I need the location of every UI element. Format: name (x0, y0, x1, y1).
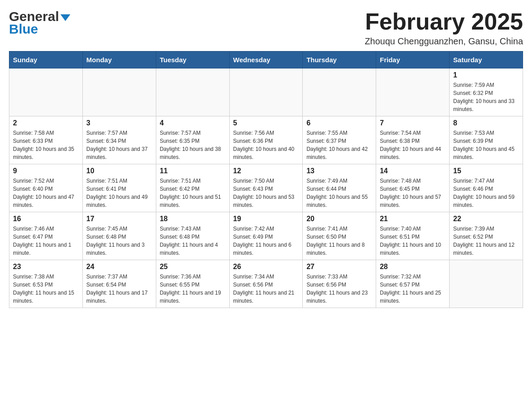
day-of-week-header: Tuesday (156, 51, 229, 68)
day-number: 24 (86, 263, 152, 271)
calendar-day-cell: 10Sunrise: 7:51 AM Sunset: 6:41 PM Dayli… (82, 164, 156, 212)
day-number: 8 (453, 119, 519, 127)
day-info: Sunrise: 7:33 AM Sunset: 6:56 PM Dayligh… (306, 273, 372, 305)
day-number: 3 (86, 119, 152, 127)
calendar-day-cell (229, 68, 303, 116)
day-info: Sunrise: 7:55 AM Sunset: 6:37 PM Dayligh… (306, 129, 372, 161)
calendar-day-cell: 27Sunrise: 7:33 AM Sunset: 6:56 PM Dayli… (303, 260, 376, 308)
day-number: 14 (380, 167, 446, 175)
calendar-day-cell: 4Sunrise: 7:57 AM Sunset: 6:35 PM Daylig… (156, 116, 229, 164)
calendar-day-cell (156, 68, 229, 116)
calendar-day-cell: 9Sunrise: 7:52 AM Sunset: 6:40 PM Daylig… (9, 164, 83, 212)
calendar-week-row: 1Sunrise: 7:59 AM Sunset: 6:32 PM Daylig… (9, 68, 523, 116)
day-number: 12 (233, 167, 299, 175)
calendar-day-cell: 13Sunrise: 7:49 AM Sunset: 6:44 PM Dayli… (303, 164, 376, 212)
calendar-day-cell (450, 260, 523, 308)
day-number: 15 (453, 167, 519, 175)
day-number: 1 (453, 71, 519, 79)
calendar-title: February 2025 (365, 9, 523, 34)
calendar-day-cell: 2Sunrise: 7:58 AM Sunset: 6:33 PM Daylig… (9, 116, 83, 164)
day-info: Sunrise: 7:45 AM Sunset: 6:48 PM Dayligh… (86, 225, 152, 257)
day-of-week-header: Saturday (450, 51, 523, 68)
calendar-day-cell: 24Sunrise: 7:37 AM Sunset: 6:54 PM Dayli… (82, 260, 156, 308)
day-info: Sunrise: 7:34 AM Sunset: 6:56 PM Dayligh… (233, 273, 299, 305)
calendar-day-cell: 25Sunrise: 7:36 AM Sunset: 6:55 PM Dayli… (156, 260, 229, 308)
calendar-week-row: 16Sunrise: 7:46 AM Sunset: 6:47 PM Dayli… (9, 212, 523, 260)
day-info: Sunrise: 7:52 AM Sunset: 6:40 PM Dayligh… (13, 177, 79, 209)
calendar-day-cell: 19Sunrise: 7:42 AM Sunset: 6:49 PM Dayli… (229, 212, 303, 260)
calendar-day-cell (9, 68, 83, 116)
day-info: Sunrise: 7:48 AM Sunset: 6:45 PM Dayligh… (380, 177, 446, 209)
day-number: 25 (160, 263, 226, 271)
logo-triangle-icon (60, 14, 70, 21)
day-number: 7 (380, 119, 446, 127)
day-info: Sunrise: 7:37 AM Sunset: 6:54 PM Dayligh… (86, 273, 152, 305)
day-number: 17 (86, 215, 152, 223)
calendar-day-cell (376, 68, 450, 116)
day-info: Sunrise: 7:51 AM Sunset: 6:41 PM Dayligh… (86, 177, 152, 209)
calendar-day-cell: 23Sunrise: 7:38 AM Sunset: 6:53 PM Dayli… (9, 260, 83, 308)
day-number: 26 (233, 263, 299, 271)
logo-blue: Blue (9, 21, 38, 37)
calendar-day-cell: 7Sunrise: 7:54 AM Sunset: 6:38 PM Daylig… (376, 116, 450, 164)
calendar-day-cell: 14Sunrise: 7:48 AM Sunset: 6:45 PM Dayli… (376, 164, 450, 212)
day-info: Sunrise: 7:49 AM Sunset: 6:44 PM Dayligh… (306, 177, 372, 209)
day-info: Sunrise: 7:59 AM Sunset: 6:32 PM Dayligh… (453, 81, 519, 113)
day-number: 18 (160, 215, 226, 223)
calendar-day-cell: 5Sunrise: 7:56 AM Sunset: 6:36 PM Daylig… (229, 116, 303, 164)
day-number: 27 (306, 263, 372, 271)
calendar-day-cell: 21Sunrise: 7:40 AM Sunset: 6:51 PM Dayli… (376, 212, 450, 260)
title-section: February 2025 Zhouqu Chengguanzhen, Gans… (365, 9, 523, 47)
day-info: Sunrise: 7:54 AM Sunset: 6:38 PM Dayligh… (380, 129, 446, 161)
day-info: Sunrise: 7:32 AM Sunset: 6:57 PM Dayligh… (380, 273, 446, 305)
calendar-day-cell: 22Sunrise: 7:39 AM Sunset: 6:52 PM Dayli… (450, 212, 523, 260)
day-info: Sunrise: 7:58 AM Sunset: 6:33 PM Dayligh… (13, 129, 79, 161)
day-number: 6 (306, 119, 372, 127)
day-number: 9 (13, 167, 79, 175)
day-of-week-header: Thursday (303, 51, 376, 68)
day-info: Sunrise: 7:42 AM Sunset: 6:49 PM Dayligh… (233, 225, 299, 257)
page-header: General Blue February 2025 Zhouqu Chengg… (9, 9, 523, 47)
day-of-week-header: Sunday (9, 51, 83, 68)
calendar-day-cell: 26Sunrise: 7:34 AM Sunset: 6:56 PM Dayli… (229, 260, 303, 308)
day-number: 4 (160, 119, 226, 127)
calendar-header-row: SundayMondayTuesdayWednesdayThursdayFrid… (9, 51, 523, 68)
day-of-week-header: Monday (82, 51, 156, 68)
day-info: Sunrise: 7:43 AM Sunset: 6:48 PM Dayligh… (160, 225, 226, 257)
day-info: Sunrise: 7:50 AM Sunset: 6:43 PM Dayligh… (233, 177, 299, 209)
calendar-week-row: 2Sunrise: 7:58 AM Sunset: 6:33 PM Daylig… (9, 116, 523, 164)
day-info: Sunrise: 7:36 AM Sunset: 6:55 PM Dayligh… (160, 273, 226, 305)
day-info: Sunrise: 7:41 AM Sunset: 6:50 PM Dayligh… (306, 225, 372, 257)
day-info: Sunrise: 7:57 AM Sunset: 6:34 PM Dayligh… (86, 129, 152, 161)
day-info: Sunrise: 7:53 AM Sunset: 6:39 PM Dayligh… (453, 129, 519, 161)
calendar-day-cell: 11Sunrise: 7:51 AM Sunset: 6:42 PM Dayli… (156, 164, 229, 212)
day-number: 13 (306, 167, 372, 175)
day-info: Sunrise: 7:40 AM Sunset: 6:51 PM Dayligh… (380, 225, 446, 257)
calendar-day-cell: 8Sunrise: 7:53 AM Sunset: 6:39 PM Daylig… (450, 116, 523, 164)
day-number: 16 (13, 215, 79, 223)
day-number: 5 (233, 119, 299, 127)
day-info: Sunrise: 7:39 AM Sunset: 6:52 PM Dayligh… (453, 225, 519, 257)
day-of-week-header: Wednesday (229, 51, 303, 68)
calendar-day-cell: 20Sunrise: 7:41 AM Sunset: 6:50 PM Dayli… (303, 212, 376, 260)
day-info: Sunrise: 7:38 AM Sunset: 6:53 PM Dayligh… (13, 273, 79, 305)
calendar-day-cell: 28Sunrise: 7:32 AM Sunset: 6:57 PM Dayli… (376, 260, 450, 308)
calendar-day-cell: 6Sunrise: 7:55 AM Sunset: 6:37 PM Daylig… (303, 116, 376, 164)
day-number: 19 (233, 215, 299, 223)
day-info: Sunrise: 7:51 AM Sunset: 6:42 PM Dayligh… (160, 177, 226, 209)
day-info: Sunrise: 7:46 AM Sunset: 6:47 PM Dayligh… (13, 225, 79, 257)
calendar-week-row: 9Sunrise: 7:52 AM Sunset: 6:40 PM Daylig… (9, 164, 523, 212)
calendar-day-cell: 1Sunrise: 7:59 AM Sunset: 6:32 PM Daylig… (450, 68, 523, 116)
day-number: 11 (160, 167, 226, 175)
day-info: Sunrise: 7:47 AM Sunset: 6:46 PM Dayligh… (453, 177, 519, 209)
logo: General Blue (9, 9, 70, 37)
day-number: 23 (13, 263, 79, 271)
calendar-table: SundayMondayTuesdayWednesdayThursdayFrid… (9, 51, 523, 308)
calendar-day-cell (82, 68, 156, 116)
day-number: 21 (380, 215, 446, 223)
calendar-day-cell: 15Sunrise: 7:47 AM Sunset: 6:46 PM Dayli… (450, 164, 523, 212)
day-info: Sunrise: 7:57 AM Sunset: 6:35 PM Dayligh… (160, 129, 226, 161)
day-number: 20 (306, 215, 372, 223)
day-number: 22 (453, 215, 519, 223)
calendar-day-cell: 3Sunrise: 7:57 AM Sunset: 6:34 PM Daylig… (82, 116, 156, 164)
